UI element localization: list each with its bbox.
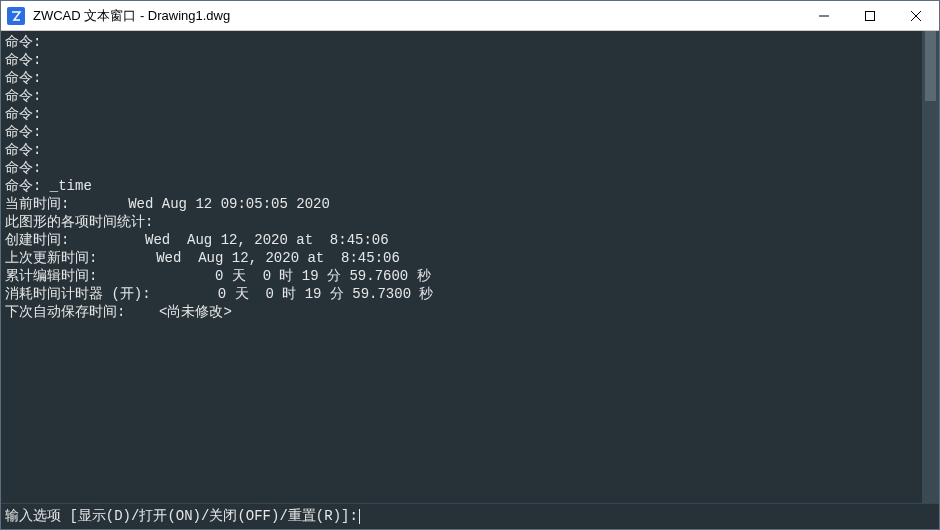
maximize-button[interactable] [847, 1, 893, 30]
titlebar[interactable]: ZWCAD 文本窗口 - Drawing1.dwg [1, 1, 939, 31]
prompt-label: 输入选项 [显示(D)/打开(ON)/关闭(OFF)/重置(R)]: [5, 507, 358, 525]
command-prompt-area: 输入选项 [显示(D)/打开(ON)/关闭(OFF)/重置(R)]: [1, 503, 939, 529]
app-icon [7, 7, 25, 25]
input-caret [359, 509, 360, 524]
scrollbar-thumb[interactable] [925, 31, 936, 101]
window-title: ZWCAD 文本窗口 - Drawing1.dwg [33, 7, 801, 25]
zwcad-text-window: ZWCAD 文本窗口 - Drawing1.dwg 命令: 命令: 命令: 命令… [0, 0, 940, 530]
console-area: 命令: 命令: 命令: 命令: 命令: 命令: 命令: 命令: 命令: _tim… [1, 31, 939, 503]
close-button[interactable] [893, 1, 939, 30]
minimize-button[interactable] [801, 1, 847, 30]
svg-rect-1 [866, 11, 875, 20]
scrollbar[interactable] [922, 31, 939, 503]
window-controls [801, 1, 939, 30]
console-output: 命令: 命令: 命令: 命令: 命令: 命令: 命令: 命令: 命令: _tim… [1, 31, 922, 503]
